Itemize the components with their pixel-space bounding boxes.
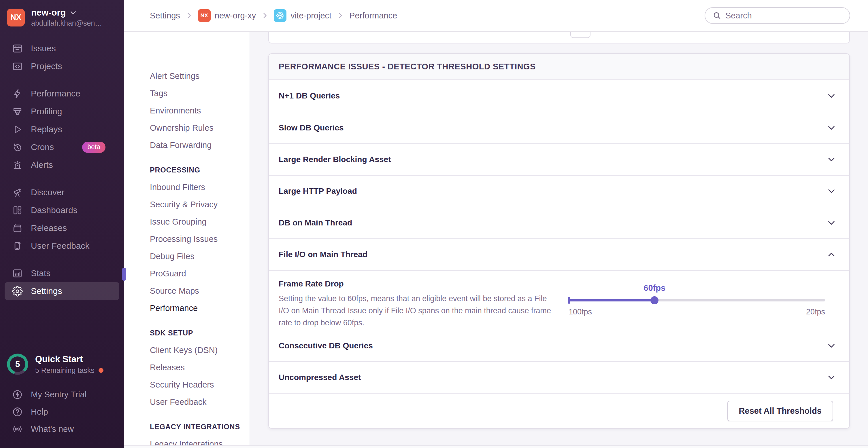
issues-icon: [12, 43, 23, 54]
projects-icon: [12, 61, 23, 72]
breadcrumb-current-page: Performance: [349, 11, 397, 21]
settings-nav-ownership-rules[interactable]: Ownership Rules: [150, 119, 250, 136]
discover-icon: [12, 187, 23, 198]
sidebar-item-performance[interactable]: Performance: [0, 84, 124, 103]
slider-min-label: 100fps: [568, 308, 592, 316]
breadcrumb-project-label: vite-project: [290, 11, 332, 21]
settings-nav: Alert Settings Tags Environments Ownersh…: [124, 32, 250, 445]
settings-nav-alert-settings[interactable]: Alert Settings: [150, 67, 250, 84]
settings-nav-header-processing: PROCESSING: [150, 161, 250, 178]
sidebar-item-whats-new[interactable]: What's new: [0, 420, 124, 438]
sidebar-item-replays[interactable]: Replays: [0, 120, 124, 138]
chevron-right-icon: [337, 12, 344, 19]
notification-dot: [98, 368, 103, 373]
sidebar-item-releases[interactable]: Releases: [0, 219, 124, 237]
breadcrumb-settings[interactable]: Settings: [150, 11, 180, 21]
chevron-down-icon: [827, 341, 836, 350]
sidebar-item-label: Profiling: [31, 106, 62, 116]
org-switcher[interactable]: NX new-org abdullah.khan@sen…: [0, 0, 124, 30]
search-icon: [713, 11, 721, 20]
detector-threshold-panel: PERFORMANCE ISSUES - DETECTOR THRESHOLD …: [268, 53, 850, 429]
accordion-row-db-on-main-thread[interactable]: DB on Main Thread: [269, 207, 849, 238]
breadcrumb-project[interactable]: vite-project: [274, 9, 332, 22]
breadcrumb-org[interactable]: NX new-org-xy: [198, 9, 256, 22]
settings-nav-header-sdk-setup: SDK SETUP: [150, 324, 250, 342]
quick-start-widget[interactable]: 5 Quick Start 5 Remaining tasks: [6, 353, 103, 375]
alerts-icon: [12, 160, 23, 170]
settings-nav-source-maps[interactable]: Source Maps: [150, 282, 250, 300]
org-email: abdullah.khan@sen…: [31, 19, 102, 27]
chevron-down-icon: [827, 218, 836, 228]
settings-nav-processing-issues[interactable]: Processing Issues: [150, 230, 250, 248]
sidebar-item-dashboards[interactable]: Dashboards: [0, 201, 124, 219]
sidebar-item-label: Replays: [31, 125, 62, 134]
slider-fill: [568, 299, 654, 302]
org-name: new-org: [31, 7, 66, 18]
slider-value-label: 60fps: [644, 283, 665, 293]
settings-nav-security-headers[interactable]: Security Headers: [150, 376, 250, 393]
gear-icon: [12, 286, 23, 297]
sidebar-item-my-sentry-trial[interactable]: My Sentry Trial: [0, 386, 124, 403]
settings-nav-debug-files[interactable]: Debug Files: [150, 248, 250, 265]
accordion-row-slow-db-queries[interactable]: Slow DB Queries: [269, 112, 849, 143]
sidebar-item-discover[interactable]: Discover: [0, 183, 124, 201]
chevron-down-icon: [827, 186, 836, 196]
reset-all-thresholds-button[interactable]: Reset All Thresholds: [727, 401, 833, 421]
sidebar-item-crons[interactable]: Crons beta: [0, 138, 124, 156]
search-bar[interactable]: [705, 7, 850, 24]
accordion-row-large-http-payload[interactable]: Large HTTP Payload: [269, 175, 849, 207]
accordion-row-consecutive-db-queries[interactable]: Consecutive DB Queries: [269, 330, 849, 361]
scrolled-button-remnant: [570, 32, 590, 38]
sidebar-item-issues[interactable]: Issues: [0, 39, 124, 57]
sidebar-item-alerts[interactable]: Alerts: [0, 156, 124, 174]
sidebar-item-user-feedback[interactable]: User Feedback: [0, 237, 124, 255]
row-label: DB on Main Thread: [279, 218, 352, 228]
row-label: Consecutive DB Queries: [279, 341, 373, 350]
main-content: PERFORMANCE ISSUES - DETECTOR THRESHOLD …: [251, 32, 868, 448]
replays-icon: [12, 124, 23, 135]
accordion-row-file-io-on-main-thread[interactable]: File I/O on Main Thread: [269, 238, 849, 270]
quick-start-title: Quick Start: [35, 354, 83, 364]
sidebar-item-label: Discover: [31, 187, 65, 197]
settings-nav-issue-grouping[interactable]: Issue Grouping: [150, 213, 250, 230]
settings-nav-data-forwarding[interactable]: Data Forwarding: [150, 136, 250, 154]
releases-icon: [12, 223, 23, 234]
sidebar-item-settings[interactable]: Settings: [5, 282, 119, 300]
settings-nav-tags[interactable]: Tags: [150, 84, 250, 102]
settings-nav-security-privacy[interactable]: Security & Privacy: [150, 196, 250, 213]
sidebar-item-label: Releases: [31, 223, 67, 233]
frame-rate-slider[interactable]: 60fps 100fps 20fps: [568, 271, 825, 330]
settings-nav-performance[interactable]: Performance: [150, 300, 250, 317]
search-input[interactable]: [725, 11, 842, 21]
accordion-row-large-render-blocking-asset[interactable]: Large Render Blocking Asset: [269, 143, 849, 175]
breadcrumb: Settings NX new-org-xy vite-project: [150, 9, 397, 22]
user-feedback-icon: [12, 241, 23, 251]
settings-nav-header-legacy-integrations: LEGACY INTEGRATIONS: [150, 418, 250, 435]
sidebar-item-stats[interactable]: Stats: [0, 264, 124, 282]
chevron-down-icon: [827, 155, 836, 164]
settings-nav-proguard[interactable]: ProGuard: [150, 265, 250, 282]
settings-nav-releases[interactable]: Releases: [150, 359, 250, 376]
panel-footer: Reset All Thresholds: [269, 393, 849, 428]
settings-nav-environments[interactable]: Environments: [150, 102, 250, 119]
settings-nav-user-feedback[interactable]: User Feedback: [150, 393, 250, 411]
frame-rate-drop-section: Frame Rate Drop Setting the value to 60f…: [269, 270, 849, 330]
slider-start-cap: [568, 297, 570, 304]
sidebar-item-label: Projects: [31, 61, 62, 71]
sidebar-item-projects[interactable]: Projects: [0, 57, 124, 75]
panel-header: PERFORMANCE ISSUES - DETECTOR THRESHOLD …: [269, 54, 849, 80]
slider-thumb[interactable]: [650, 296, 658, 304]
accordion-row-n-plus-one-db-queries[interactable]: N+1 DB Queries: [269, 80, 849, 112]
settings-nav-client-keys[interactable]: Client Keys (DSN): [150, 342, 250, 359]
chevron-up-icon: [827, 250, 836, 259]
sidebar-footer: My Sentry Trial Help What's new: [0, 386, 124, 438]
settings-nav-inbound-filters[interactable]: Inbound Filters: [150, 178, 250, 196]
sidebar-item-help[interactable]: Help: [0, 403, 124, 420]
progress-count: 5: [6, 353, 29, 375]
row-label: Slow DB Queries: [279, 123, 344, 132]
beta-badge: beta: [82, 142, 105, 153]
next-panel-edge: [124, 445, 868, 448]
sidebar-item-profiling[interactable]: Profiling: [0, 103, 124, 120]
top-bar: Settings NX new-org-xy vite-project: [124, 0, 868, 32]
accordion-row-uncompressed-asset[interactable]: Uncompressed Asset: [269, 361, 849, 393]
